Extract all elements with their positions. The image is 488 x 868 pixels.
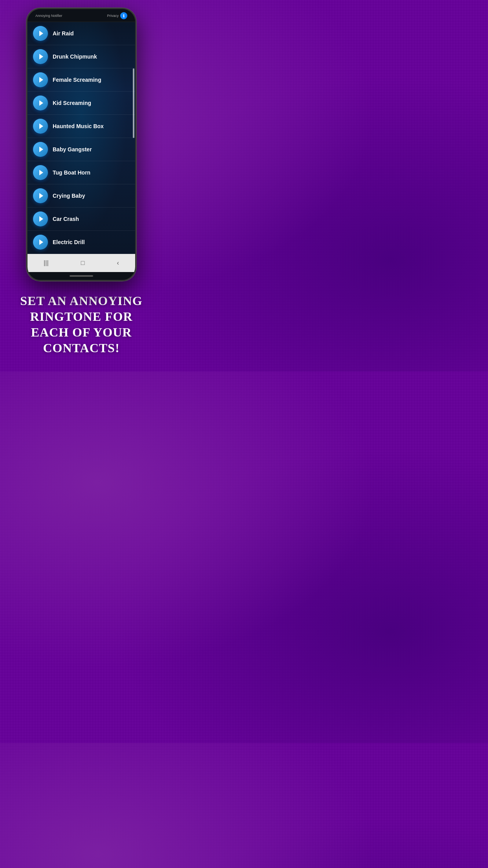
ringtone-name-drunk-chipmunk: Drunk Chipmunk	[53, 53, 97, 60]
info-button[interactable]: ℹ	[120, 12, 127, 19]
play-icon	[39, 147, 43, 152]
phone-bottom-bar	[28, 272, 135, 280]
play-button-female-screaming[interactable]	[33, 72, 48, 87]
info-icon: ℹ	[123, 14, 125, 18]
home-indicator	[70, 275, 93, 277]
ringtone-name-kid-screaming: Kid Screaming	[53, 100, 91, 106]
list-item[interactable]: Car Crash	[28, 208, 135, 231]
ringtone-name-air-raid: Air Raid	[53, 30, 74, 37]
play-icon	[39, 216, 43, 222]
ringtone-name-female-screaming: Female Screaming	[53, 77, 101, 83]
ringtone-name-electric-drill: Electric Drill	[53, 239, 85, 245]
ringtone-name-haunted-music-box: Haunted Music Box	[53, 123, 104, 129]
play-button-tug-boat-horn[interactable]	[33, 165, 48, 180]
list-item[interactable]: Tug Boat Horn	[28, 161, 135, 184]
phone-frame: Annoying Notifier Privacy ℹ Air Raid Dru…	[26, 8, 136, 281]
play-icon	[39, 170, 43, 175]
list-item[interactable]: Crying Baby	[28, 184, 135, 208]
ringtone-name-car-crash: Car Crash	[53, 216, 79, 222]
play-icon	[39, 54, 43, 59]
promo-text: Set an annoying ringtone for each of you…	[0, 281, 163, 360]
play-button-car-crash[interactable]	[33, 211, 48, 226]
play-button-baby-gangster[interactable]	[33, 142, 48, 157]
play-button-haunted-music-box[interactable]	[33, 119, 48, 134]
play-icon	[39, 100, 43, 106]
play-icon	[39, 123, 43, 129]
ringtone-list: Air Raid Drunk Chipmunk Female Screaming…	[28, 22, 135, 254]
list-item[interactable]: Kid Screaming	[28, 92, 135, 115]
status-bar: Annoying Notifier Privacy ℹ	[28, 9, 135, 22]
list-item[interactable]: Baby Gangster	[28, 138, 135, 161]
play-button-kid-screaming[interactable]	[33, 96, 48, 110]
back-icon[interactable]: ‹	[109, 258, 127, 268]
play-icon	[39, 31, 43, 36]
recent-apps-icon[interactable]: |||	[36, 258, 56, 268]
play-button-air-raid[interactable]	[33, 26, 48, 41]
screen: Air Raid Drunk Chipmunk Female Screaming…	[28, 22, 135, 254]
play-button-drunk-chipmunk[interactable]	[33, 49, 48, 64]
ringtone-name-tug-boat-horn: Tug Boat Horn	[53, 169, 90, 176]
ringtone-name-baby-gangster: Baby Gangster	[53, 146, 92, 153]
home-icon[interactable]: □	[73, 258, 93, 268]
list-item[interactable]: Female Screaming	[28, 68, 135, 92]
list-item[interactable]: Electric Drill	[28, 231, 135, 254]
play-icon	[39, 239, 43, 245]
nav-bar: ||| □ ‹	[28, 254, 135, 272]
play-icon	[39, 77, 43, 83]
play-button-electric-drill[interactable]	[33, 235, 48, 250]
play-icon	[39, 193, 43, 199]
play-button-crying-baby[interactable]	[33, 188, 48, 203]
list-item[interactable]: Drunk Chipmunk	[28, 45, 135, 68]
app-title: Annoying Notifier	[35, 14, 62, 18]
privacy-label: Privacy	[107, 14, 119, 18]
ringtone-name-crying-baby: Crying Baby	[53, 193, 85, 199]
list-item[interactable]: Air Raid	[28, 22, 135, 45]
list-item[interactable]: Haunted Music Box	[28, 115, 135, 138]
